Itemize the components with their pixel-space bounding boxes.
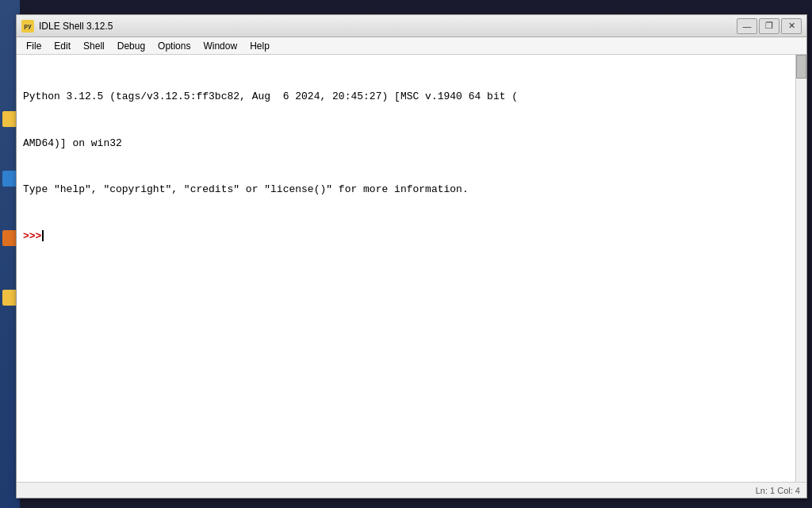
app-icon-label: py xyxy=(24,22,32,29)
menu-shell[interactable]: Shell xyxy=(77,39,111,53)
close-button[interactable]: ✕ xyxy=(781,18,802,34)
menu-help[interactable]: Help xyxy=(243,39,276,53)
shell-cursor xyxy=(42,230,44,241)
prompt-line[interactable]: >>> xyxy=(23,230,789,242)
menu-file[interactable]: File xyxy=(20,39,48,53)
idle-window: py IDLE Shell 3.12.5 — ❐ ✕ File Edit She… xyxy=(16,14,807,498)
minimize-button[interactable]: — xyxy=(737,18,757,34)
output-line-3: Type "help", "copyright", "credits" or "… xyxy=(23,182,789,198)
restore-button[interactable]: ❐ xyxy=(759,18,779,34)
window-controls: — ❐ ✕ xyxy=(737,18,802,34)
shell-prompt: >>> xyxy=(23,230,41,242)
shell-area[interactable]: Python 3.12.5 (tags/v3.12.5:ff3bc82, Aug… xyxy=(17,55,806,482)
window-title: IDLE Shell 3.12.5 xyxy=(39,21,737,32)
menu-bar: File Edit Shell Debug Options Window Hel… xyxy=(17,37,806,55)
output-line-2: AMD64)] on win32 xyxy=(23,136,789,152)
menu-window[interactable]: Window xyxy=(197,39,243,53)
shell-output: Python 3.12.5 (tags/v3.12.5:ff3bc82, Aug… xyxy=(23,58,789,229)
output-line-1: Python 3.12.5 (tags/v3.12.5:ff3bc82, Aug… xyxy=(23,89,789,105)
status-text: Ln: 1 Col: 4 xyxy=(756,486,800,495)
shell-main[interactable]: Python 3.12.5 (tags/v3.12.5:ff3bc82, Aug… xyxy=(17,55,795,482)
menu-options[interactable]: Options xyxy=(151,39,197,53)
title-bar: py IDLE Shell 3.12.5 — ❐ ✕ xyxy=(17,15,806,37)
scrollbar[interactable] xyxy=(795,55,806,482)
menu-debug[interactable]: Debug xyxy=(111,39,151,53)
scrollbar-thumb[interactable] xyxy=(796,55,806,79)
menu-edit[interactable]: Edit xyxy=(48,39,77,53)
app-icon: py xyxy=(21,20,34,33)
status-bar: Ln: 1 Col: 4 xyxy=(17,482,806,498)
